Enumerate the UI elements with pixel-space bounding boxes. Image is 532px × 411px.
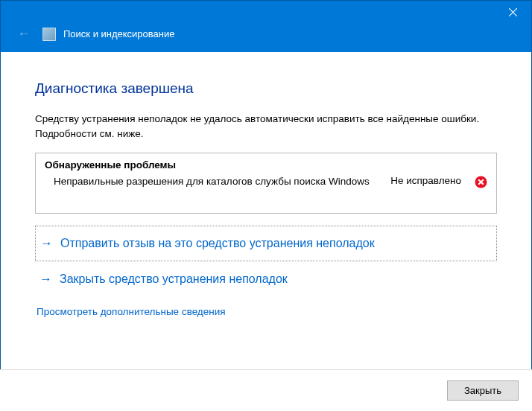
troubleshooter-icon bbox=[42, 28, 56, 41]
page-title: Диагностика завершена bbox=[35, 80, 497, 97]
close-icon bbox=[509, 8, 517, 16]
arrow-right-icon: → bbox=[40, 236, 53, 251]
header-bar: ← Поиск и индексирование bbox=[1, 26, 531, 52]
feedback-link[interactable]: → Отправить отзыв на это средство устран… bbox=[35, 226, 497, 261]
back-arrow-icon: ← bbox=[17, 26, 35, 42]
close-troubleshooter-label: Закрыть средство устранения неполадок bbox=[60, 273, 288, 286]
arrow-right-icon: → bbox=[39, 272, 52, 287]
additional-info-link[interactable]: Просмотреть дополнительные сведения bbox=[35, 306, 497, 317]
header-title: Поиск и индексирование bbox=[63, 28, 174, 39]
close-troubleshooter-link[interactable]: → Закрыть средство устранения неполадок bbox=[35, 261, 497, 297]
content-area: Диагностика завершена Средству устранени… bbox=[1, 52, 531, 325]
problems-box: Обнаруженные проблемы Неправильные разре… bbox=[35, 153, 497, 214]
window-close-button[interactable] bbox=[494, 1, 531, 23]
titlebar bbox=[1, 1, 531, 26]
close-button[interactable]: Закрыть bbox=[447, 380, 519, 401]
feedback-label: Отправить отзыв на это средство устранен… bbox=[60, 237, 375, 250]
problems-header: Обнаруженные проблемы bbox=[45, 159, 487, 171]
footer: Закрыть bbox=[0, 369, 532, 411]
page-description: Средству устранения неполадок не удалось… bbox=[35, 112, 497, 141]
problem-status: Не исправлено bbox=[390, 175, 461, 186]
problem-description: Неправильные разрешения для каталогов сл… bbox=[54, 175, 377, 189]
error-icon bbox=[475, 176, 487, 188]
problem-row[interactable]: Неправильные разрешения для каталогов сл… bbox=[45, 175, 487, 189]
